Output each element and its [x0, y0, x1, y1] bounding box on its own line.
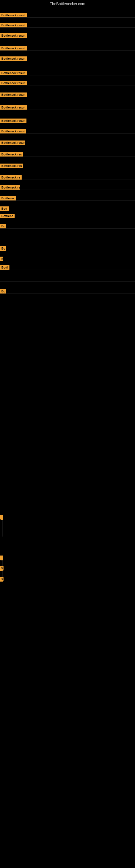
- bottleneck-label: Bottleneck res: [0, 152, 23, 156]
- bottleneck-label: Bottleneck result: [0, 71, 27, 75]
- bottleneck-label: B: [0, 257, 3, 261]
- b-label: B: [0, 566, 3, 570]
- axis-mark: [1, 515, 3, 520]
- separator-line: [0, 293, 135, 294]
- separator-line: [0, 168, 135, 168]
- bottleneck-label: Bottleneck result: [0, 33, 27, 38]
- separator-line: [0, 27, 135, 28]
- bottleneck-label: Bottl: [0, 265, 9, 270]
- bottleneck-label: Bottleneck result: [0, 56, 27, 61]
- separator-line: [0, 200, 135, 201]
- separator-line: [0, 85, 135, 86]
- bottleneck-label: Bott: [0, 207, 9, 211]
- separator-line: [0, 97, 135, 97]
- separator-line: [0, 228, 135, 229]
- bottleneck-label: Bottleneck result: [0, 141, 25, 145]
- separator-line: [0, 180, 135, 180]
- separator-line: [0, 75, 135, 75]
- bottleneck-label: Bottleneck result: [0, 129, 26, 133]
- bottleneck-label: Bottlene: [0, 214, 14, 218]
- bottleneck-label: Bo: [0, 224, 6, 228]
- separator-line: [0, 61, 135, 61]
- axis-mark: [1, 556, 3, 560]
- separator-line: [0, 218, 135, 218]
- separator-line: [0, 270, 135, 270]
- bottleneck-label: Bottleneck re: [0, 175, 21, 180]
- separator-line: [0, 51, 135, 51]
- bottleneck-label: Bottleneck result: [0, 105, 27, 110]
- separator-line: [0, 251, 135, 251]
- bottleneck-label: Bottleneck result: [0, 46, 27, 51]
- bottleneck-label: Bottleneck result: [0, 13, 27, 18]
- bottleneck-label: Bo: [0, 289, 6, 293]
- bottleneck-label: Bottleneck res: [0, 163, 23, 168]
- separator-line: [0, 156, 135, 157]
- separator-line: [0, 281, 135, 282]
- separator-line: [0, 190, 135, 190]
- bottleneck-label: Bottlenec: [0, 196, 16, 200]
- separator-line: [0, 211, 135, 211]
- separator-line: [0, 38, 135, 38]
- separator-line: [0, 133, 135, 134]
- bottleneck-label: Bottleneck result: [0, 119, 27, 123]
- separator-line: [0, 145, 135, 145]
- bottleneck-label: Bo: [0, 246, 6, 251]
- bottleneck-label: Bottleneck result: [0, 93, 27, 97]
- separator-line: [0, 261, 135, 261]
- b-label: B: [0, 577, 3, 581]
- bottleneck-label: Bottleneck result: [0, 81, 27, 85]
- separator-line: [0, 110, 135, 110]
- site-title: TheBottlenecker.com: [0, 0, 135, 8]
- bottleneck-label: Bottleneck re: [0, 185, 20, 190]
- bottleneck-label: Bottleneck result: [0, 23, 27, 27]
